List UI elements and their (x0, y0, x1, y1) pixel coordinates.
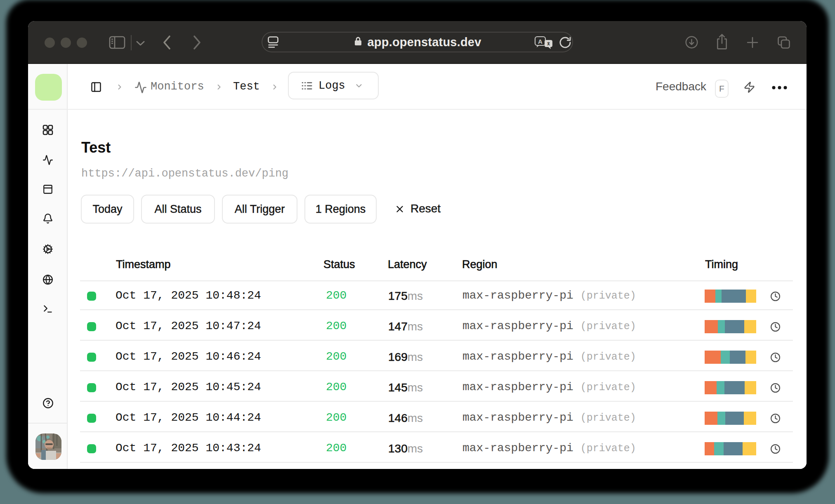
svg-text:A: A (538, 38, 543, 45)
svg-text:x̄: x̄ (547, 41, 550, 47)
